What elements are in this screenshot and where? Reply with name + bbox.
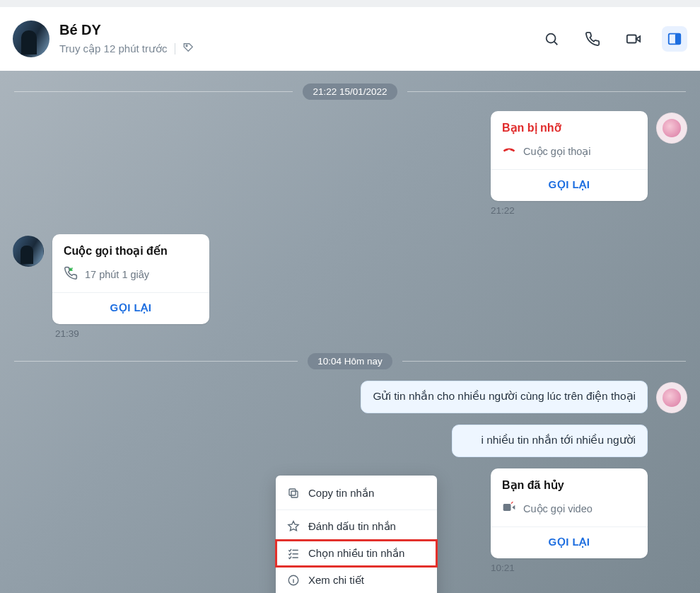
header-actions bbox=[539, 26, 687, 52]
svg-rect-6 bbox=[291, 491, 298, 497]
missed-call-card[interactable]: Bạn bị nhỡ Cuộc gọi thoại GỌI LẠI bbox=[491, 111, 648, 201]
call-title: Cuộc gọi thoại đến bbox=[64, 244, 198, 258]
svg-rect-5 bbox=[503, 504, 511, 511]
ctx-label: Đánh dấu tin nhắn bbox=[308, 520, 396, 533]
star-icon bbox=[287, 520, 300, 533]
message-bubble[interactable]: Gửi tin nhắn cho nhiều người cùng lúc tr… bbox=[361, 381, 648, 413]
sender-avatar[interactable] bbox=[13, 236, 44, 267]
date-divider: 10:04 Hôm nay bbox=[0, 346, 700, 376]
info-icon bbox=[287, 574, 300, 587]
search-button[interactable] bbox=[539, 26, 564, 52]
date-divider: 21:22 15/01/2022 bbox=[0, 76, 700, 107]
date-pill: 21:22 15/01/2022 bbox=[303, 84, 397, 100]
call-back-button[interactable]: GỌI LẠI bbox=[502, 170, 636, 194]
message-row-right: Gửi tin nhắn cho nhiều người cùng lúc tr… bbox=[0, 376, 700, 415]
last-seen-text: Truy cập 12 phút trước bbox=[59, 42, 168, 55]
ctx-copy[interactable]: Copy tin nhắn bbox=[276, 480, 437, 507]
incoming-call-icon bbox=[64, 266, 78, 282]
divider-line bbox=[14, 91, 293, 92]
incoming-call-card[interactable]: Cuộc gọi thoại đến 17 phút 1 giây GỌI LẠ… bbox=[52, 234, 209, 324]
missed-call-icon bbox=[502, 143, 516, 159]
message-time: 21:39 bbox=[0, 326, 700, 346]
contact-avatar[interactable] bbox=[13, 21, 49, 57]
svg-point-1 bbox=[547, 34, 556, 43]
chat-area: 21:22 15/01/2022 Bạn bị nhỡ Cuộc gọi tho… bbox=[0, 71, 700, 593]
svg-point-0 bbox=[186, 45, 187, 46]
sidebar-toggle-button[interactable] bbox=[662, 26, 687, 52]
contact-subline: Truy cập 12 phút trước bbox=[59, 41, 529, 57]
ctx-label: Xem chi tiết bbox=[308, 574, 364, 587]
call-subtitle: 17 phút 1 giây bbox=[85, 269, 149, 280]
sender-avatar[interactable] bbox=[656, 382, 687, 413]
date-pill: 10:04 Hôm nay bbox=[308, 353, 392, 369]
ctx-label: Copy tin nhắn bbox=[308, 487, 374, 500]
header-titles: Bé DY Truy cập 12 phút trước bbox=[59, 22, 529, 57]
call-subtitle-row: Cuộc gọi video bbox=[502, 500, 636, 517]
call-subtitle-row: Cuộc gọi thoại bbox=[502, 143, 636, 159]
divider-line bbox=[407, 91, 686, 92]
call-title: Bạn đã hủy bbox=[502, 478, 636, 492]
call-subtitle: Cuộc gọi video bbox=[523, 503, 593, 514]
call-title: Bạn bị nhỡ bbox=[502, 121, 636, 134]
call-back-button[interactable]: GỌI LẠI bbox=[64, 293, 198, 317]
divider-line bbox=[14, 361, 298, 362]
contact-name: Bé DY bbox=[59, 22, 529, 38]
copy-icon bbox=[287, 487, 300, 500]
ctx-star[interactable]: Đánh dấu tin nhắn bbox=[276, 513, 437, 540]
window-top-strip bbox=[0, 0, 700, 7]
tag-icon[interactable] bbox=[182, 41, 195, 57]
svg-rect-7 bbox=[289, 489, 296, 495]
call-back-button[interactable]: GỌI LẠI bbox=[502, 527, 636, 551]
message-time: 21:22 bbox=[491, 201, 515, 216]
sub-separator bbox=[175, 43, 175, 54]
ctx-detail[interactable]: Xem chi tiết bbox=[276, 567, 437, 593]
divider-line bbox=[402, 361, 686, 362]
message-bubble[interactable]: i nhiều tin nhắn tới nhiều người bbox=[452, 425, 648, 457]
ctx-label: Chọn nhiều tin nhắn bbox=[308, 547, 404, 560]
ctx-select-multiple[interactable]: Chọn nhiều tin nhắn bbox=[276, 540, 437, 567]
cancelled-call-card[interactable]: Bạn đã hủy Cuộc gọi video GỌI LẠI bbox=[491, 468, 648, 558]
context-menu: Copy tin nhắn Đánh dấu tin nhắn Chọn nhi… bbox=[276, 476, 437, 593]
chat-header: Bé DY Truy cập 12 phút trước bbox=[0, 7, 700, 71]
call-subtitle: Cuộc gọi thoại bbox=[523, 146, 591, 157]
message-row-right: i nhiều tin nhắn tới nhiều người bbox=[0, 420, 700, 459]
sender-avatar[interactable] bbox=[656, 113, 687, 144]
message-time: 10:21 bbox=[491, 558, 515, 573]
svg-rect-2 bbox=[627, 35, 636, 43]
message-row-left: Cuộc gọi thoại đến 17 phút 1 giây GỌI LẠ… bbox=[0, 230, 700, 326]
voice-call-button[interactable] bbox=[580, 26, 605, 52]
checklist-icon bbox=[287, 547, 300, 560]
call-subtitle-row: 17 phút 1 giây bbox=[64, 266, 198, 282]
svg-rect-4 bbox=[675, 34, 680, 45]
video-call-icon bbox=[502, 500, 516, 517]
ctx-separator bbox=[276, 509, 437, 510]
message-row-right: Bạn bị nhỡ Cuộc gọi thoại GỌI LẠI 21:22 bbox=[0, 107, 700, 217]
video-call-button[interactable] bbox=[621, 26, 646, 52]
